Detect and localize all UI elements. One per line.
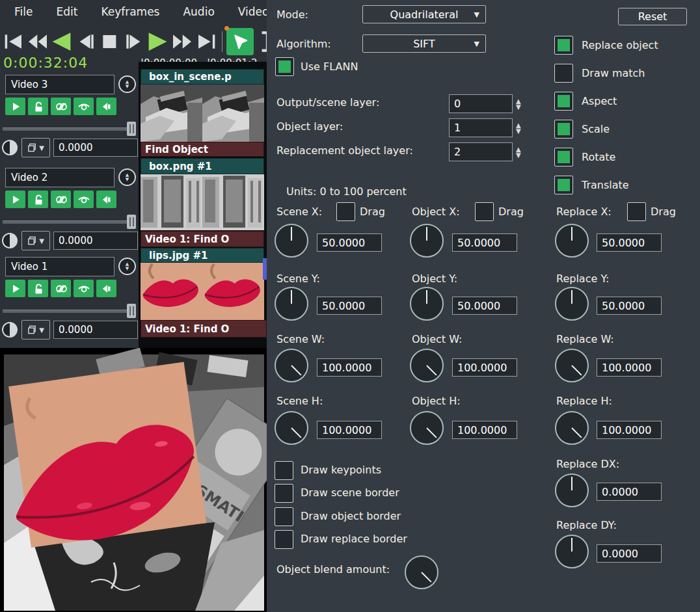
track-param-value[interactable]: 0.0000 (53, 321, 138, 339)
object-w-dial[interactable] (410, 349, 444, 382)
track-slider[interactable] (3, 304, 136, 318)
draw-keypoints-checkbox[interactable] (275, 461, 293, 480)
clip-lips-jpg[interactable]: lips.jpg #1 (141, 248, 264, 263)
track-combobox-icon[interactable]: ▲▼ (118, 75, 136, 93)
replace-x-drag-checkbox[interactable] (627, 202, 646, 221)
track-slider[interactable] (3, 215, 136, 229)
menu-file[interactable]: File (14, 5, 33, 18)
rotate-checkbox[interactable] (554, 148, 573, 166)
mode-select[interactable]: Quadrilateral ▼ (362, 5, 486, 23)
play-backward-button[interactable] (49, 29, 74, 55)
eye-icon[interactable] (74, 280, 94, 297)
replace-y-value[interactable]: 50.0000 (597, 297, 662, 315)
draw-scene-border-checkbox[interactable] (275, 484, 293, 503)
replace-w-dial[interactable] (555, 349, 589, 382)
eye-icon[interactable] (74, 191, 94, 208)
draw-object-border-checkbox[interactable] (275, 507, 293, 526)
skip-start-button[interactable] (1, 29, 25, 55)
object-x-value[interactable]: 50.0000 (452, 233, 517, 252)
track-name-field[interactable]: Video 1 (5, 257, 114, 276)
object-layer-value[interactable]: 1 (449, 118, 513, 137)
menu-keyframes[interactable]: Keyframes (101, 5, 159, 18)
translate-checkbox[interactable] (554, 176, 573, 194)
track-combobox-icon[interactable]: ▲▼ (118, 258, 136, 275)
scale-checkbox[interactable] (554, 120, 573, 139)
fast-forward-button[interactable] (170, 29, 194, 55)
step-forward-button[interactable] (122, 29, 146, 55)
scene-x-drag-checkbox[interactable] (336, 202, 355, 221)
menu-edit[interactable]: Edit (56, 5, 77, 18)
mute-speaker-icon[interactable] (96, 98, 116, 115)
aspect-checkbox[interactable] (554, 92, 573, 111)
link-icon[interactable] (51, 191, 71, 208)
spinner-arrows-icon[interactable]: ▲▼ (516, 98, 521, 110)
scene-x-dial[interactable] (275, 224, 308, 258)
replace-x-dial[interactable] (555, 224, 589, 258)
object-blend-amount-dial[interactable] (405, 555, 438, 589)
contrast-icon[interactable] (1, 139, 18, 156)
scene-w-dial[interactable] (275, 349, 308, 382)
rewind-button[interactable] (25, 29, 49, 55)
spinner-arrows-icon[interactable]: ▲▼ (516, 122, 521, 134)
algorithm-select[interactable]: SIFT ▼ (362, 34, 486, 53)
eye-icon[interactable] (74, 98, 94, 115)
replace-dx-value[interactable]: 0.0000 (597, 483, 662, 501)
object-x-drag-checkbox[interactable] (475, 202, 494, 221)
menu-video[interactable]: Video (238, 5, 269, 18)
layers-dropdown[interactable]: ▼ (21, 320, 50, 339)
spinner-arrows-icon[interactable]: ▲▼ (516, 146, 521, 158)
track-slider[interactable] (3, 122, 136, 136)
clip-box-png[interactable]: box.png #1 (141, 158, 264, 174)
clip-box-in-scene[interactable]: box_in_scene.p (141, 69, 264, 85)
object-h-dial[interactable] (410, 411, 444, 445)
use-flann-checkbox[interactable] (275, 57, 294, 76)
mute-speaker-icon[interactable] (96, 191, 116, 208)
menu-audio[interactable]: Audio (183, 5, 214, 18)
scene-h-value[interactable]: 100.0000 (317, 421, 382, 439)
scene-y-value[interactable]: 50.0000 (317, 297, 382, 315)
object-y-value[interactable]: 50.0000 (452, 297, 517, 315)
filter-band-video1-find-object[interactable]: Video 1: Find O (141, 231, 264, 247)
output-scene-layer-value[interactable]: 0 (449, 94, 513, 113)
link-icon[interactable] (51, 280, 71, 297)
scene-h-dial[interactable] (275, 411, 308, 445)
object-x-dial[interactable] (410, 224, 444, 258)
object-y-dial[interactable] (410, 287, 444, 321)
track-name-field[interactable]: Video 2 (5, 168, 114, 187)
play-button[interactable] (146, 29, 170, 55)
filter-band-video1-find-object[interactable]: Video 1: Find O (141, 320, 267, 338)
replace-object-checkbox[interactable] (554, 36, 573, 55)
draw-match-checkbox[interactable] (554, 64, 573, 83)
replace-dy-dial[interactable] (555, 535, 589, 568)
track-play-toggle[interactable] (5, 280, 25, 297)
clip-thumbnail[interactable] (141, 263, 264, 320)
replace-x-value[interactable]: 50.0000 (597, 233, 662, 252)
track-play-toggle[interactable] (5, 98, 25, 115)
layers-dropdown[interactable]: ▼ (21, 231, 50, 250)
selection-tool-button[interactable] (226, 28, 254, 55)
object-w-value[interactable]: 100.0000 (452, 358, 517, 377)
step-back-button[interactable] (74, 29, 98, 55)
track-play-toggle[interactable] (5, 191, 25, 208)
replace-y-dial[interactable] (555, 287, 589, 321)
clip-thumbnail[interactable] (141, 174, 264, 231)
layers-dropdown[interactable]: ▼ (21, 138, 50, 157)
replace-h-dial[interactable] (555, 411, 589, 445)
mute-speaker-icon[interactable] (96, 280, 116, 297)
contrast-icon[interactable] (1, 232, 18, 249)
replace-dy-value[interactable]: 0.0000 (597, 544, 662, 563)
contrast-icon[interactable] (1, 321, 18, 338)
lock-icon[interactable] (28, 280, 48, 297)
reset-button[interactable]: Reset (618, 8, 687, 25)
replace-dx-dial[interactable] (555, 473, 589, 507)
skip-end-button[interactable] (194, 29, 218, 55)
object-layer-spinner[interactable]: 1 ▲▼ (449, 118, 521, 137)
scene-x-value[interactable]: 50.0000 (317, 233, 382, 252)
replacement-object-layer-spinner[interactable]: 2 ▲▼ (449, 142, 521, 161)
track-combobox-icon[interactable]: ▲▼ (118, 168, 136, 186)
scene-w-value[interactable]: 100.0000 (317, 358, 382, 377)
replacement-object-layer-value[interactable]: 2 (449, 142, 513, 161)
lock-icon[interactable] (28, 191, 48, 208)
lock-icon[interactable] (28, 98, 48, 115)
output-scene-layer-spinner[interactable]: 0 ▲▼ (449, 94, 521, 113)
